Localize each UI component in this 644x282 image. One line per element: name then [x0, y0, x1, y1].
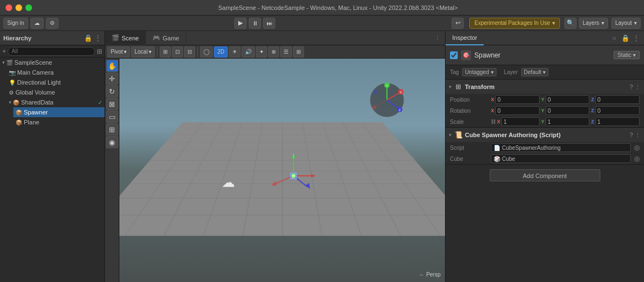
inspector-lock-icon[interactable]: 🔒 [621, 34, 630, 43]
hierarchy-more-icon[interactable]: ⋮ [95, 34, 101, 42]
expand-arrow-icon: ▾ [9, 100, 12, 105]
scale-y-field: Y 1 [541, 117, 590, 126]
static-dropdown[interactable]: Static ▾ [614, 51, 640, 59]
x-axis-label: X [491, 108, 494, 113]
maximize-button[interactable] [25, 4, 32, 11]
layout-label: Layout [615, 20, 632, 26]
step-button[interactable]: ⏭ [263, 18, 275, 29]
search-button[interactable]: 🔍 [564, 18, 577, 29]
position-y-input[interactable]: 0 [546, 95, 590, 104]
layout-dropdown[interactable]: Layout ▾ [611, 18, 641, 29]
script-field[interactable]: 📄 CubeSpawnerAuthoring [491, 143, 631, 152]
tab-inspector[interactable]: Inspector [446, 31, 484, 45]
cube-spawner-header[interactable]: ▾ 📜 Cube Spawner Authoring (Script) ? ⋮ [446, 128, 644, 142]
settings-icon[interactable]: ⋮ [635, 83, 641, 91]
rect-tool-button[interactable]: ▭ [106, 111, 118, 123]
undo-button[interactable]: ↩ [452, 18, 464, 29]
scene-viewport[interactable]: ☁ Y X [119, 59, 445, 282]
object-name-label: Spawner [474, 51, 610, 59]
rotation-z-input[interactable]: 0 [595, 106, 640, 115]
close-button[interactable] [6, 4, 12, 11]
pause-button[interactable]: ⏸ [249, 18, 261, 29]
help-icon[interactable]: ? [630, 132, 633, 139]
collaborate-button[interactable]: ☁ [30, 18, 44, 29]
settings-icon[interactable]: ⋮ [635, 132, 641, 139]
scale-tool-button[interactable]: ⊠ [106, 98, 118, 110]
check-icon: ✓ [98, 100, 102, 106]
transform-header[interactable]: ▾ ⊞ Transform ? ⋮ [446, 80, 644, 94]
tag-value: Untagged [465, 69, 489, 75]
cube-field[interactable]: 🎲 Cube [491, 154, 631, 163]
expand-arrow-icon: ▾ [449, 132, 452, 138]
scale-y-input[interactable]: 1 [546, 117, 590, 126]
rotation-x-input[interactable]: 0 [495, 106, 540, 115]
hierarchy-search-input[interactable] [8, 47, 95, 56]
minimize-button[interactable] [15, 4, 22, 11]
layers-dropdown[interactable]: Layers ▾ [579, 18, 608, 29]
orientation-gizmo[interactable]: Y X Z [368, 81, 406, 119]
scene-tabs: 🎬 Scene 🎮 Game ⋮ [105, 31, 445, 45]
position-z-input[interactable]: 0 [595, 95, 640, 104]
signin-button[interactable]: Sign in [3, 18, 28, 29]
component-buttons: ? ⋮ [630, 83, 641, 91]
gizmo-button[interactable]: ⊟ [184, 46, 195, 58]
grid-button[interactable]: ⊞ [160, 46, 171, 58]
hierarchy-item-directionallight[interactable]: 💡 Directional Light [7, 77, 104, 87]
2d-button[interactable]: 2D [214, 46, 228, 58]
layer-dropdown[interactable]: Default ▾ [521, 68, 549, 76]
rotation-y-input[interactable]: 0 [546, 106, 590, 115]
light-icon: 💡 [9, 80, 15, 86]
move-tool-button[interactable]: ✛ [106, 72, 118, 85]
experimental-packages-button[interactable]: Experimental Packages In Use ▾ [469, 18, 560, 29]
position-x-input[interactable]: 0 [495, 95, 540, 104]
pivot-button[interactable]: Pivot ▾ [107, 46, 130, 58]
hand-tool-button[interactable]: ✋ [106, 60, 118, 72]
scene-tab-label: Scene [122, 35, 139, 41]
help-icon[interactable]: ? [630, 83, 633, 91]
tab-game[interactable]: 🎮 Game [146, 31, 186, 45]
hierarchy-item-samplescene[interactable]: ▾ 🎬 SampleScene [0, 58, 104, 67]
audio-button[interactable]: 🔊 [242, 46, 255, 58]
hierarchy-item-label: Global Volume [15, 89, 55, 96]
transform-tool-button[interactable]: ⊞ [106, 123, 118, 135]
field-target-icon[interactable]: ◎ [634, 144, 640, 152]
fx-button[interactable]: ✦ [256, 46, 267, 58]
hierarchy-item-spawner[interactable]: 📦 Spawner [13, 107, 104, 117]
2d-label: 2D [217, 49, 224, 55]
inspector-circle-icon[interactable]: ○ [610, 34, 619, 43]
transform-name: Transform [465, 83, 627, 90]
hierarchy-item-globalvolume[interactable]: ⚙ Global Volume [7, 87, 104, 97]
scene-gizmo-button[interactable]: ⊕ [268, 46, 279, 58]
hierarchy-add-icon[interactable]: + [2, 48, 6, 55]
tag-dropdown[interactable]: Untagged ▾ [462, 68, 496, 76]
inspector-more-icon[interactable]: ⋮ [632, 34, 641, 43]
scale-x-input[interactable]: 1 [501, 117, 540, 126]
hierarchy-item-shareddata[interactable]: ▾ 📦 SharedData ✓ [7, 97, 104, 107]
scene-tabs-more-icon[interactable]: ⋮ [434, 34, 445, 41]
add-component-button[interactable]: Add Component [490, 169, 600, 181]
scale-z-input[interactable]: 1 [595, 117, 640, 126]
script-label: Script [450, 145, 489, 151]
rotate-tool-button[interactable]: ↻ [106, 85, 118, 97]
hierarchy-filter-icon[interactable]: ⊞ [97, 48, 102, 55]
render-button[interactable]: ⊞ [293, 46, 304, 58]
play-button[interactable]: ▶ [234, 18, 247, 29]
tab-scene[interactable]: 🎬 Scene [105, 31, 146, 45]
local-button[interactable]: Local ▾ [131, 46, 155, 58]
hierarchy-lock-icon[interactable]: 🔒 [84, 34, 92, 42]
svg-point-41 [372, 105, 376, 109]
view-button[interactable]: ◯ [200, 46, 213, 58]
object-active-checkbox[interactable] [450, 51, 458, 59]
chevron-down-icon: ▾ [149, 49, 151, 55]
hierarchy-item-plane[interactable]: 📦 Plane [13, 117, 104, 127]
script-icon: 📜 [454, 130, 463, 139]
overlay-button[interactable]: ☰ [280, 46, 292, 58]
custom-tool-button[interactable]: ◉ [106, 136, 118, 148]
hierarchy-item-maincamera[interactable]: 📷 Main Camera [7, 67, 104, 77]
snap-button[interactable]: ⊡ [172, 46, 183, 58]
field-target-icon[interactable]: ◎ [634, 155, 640, 163]
inspector-tab-label: Inspector [452, 34, 477, 41]
light-button[interactable]: ☀ [229, 46, 240, 58]
services-button[interactable]: ⚙ [46, 18, 59, 29]
perspective-label: ← Persp [419, 271, 441, 278]
